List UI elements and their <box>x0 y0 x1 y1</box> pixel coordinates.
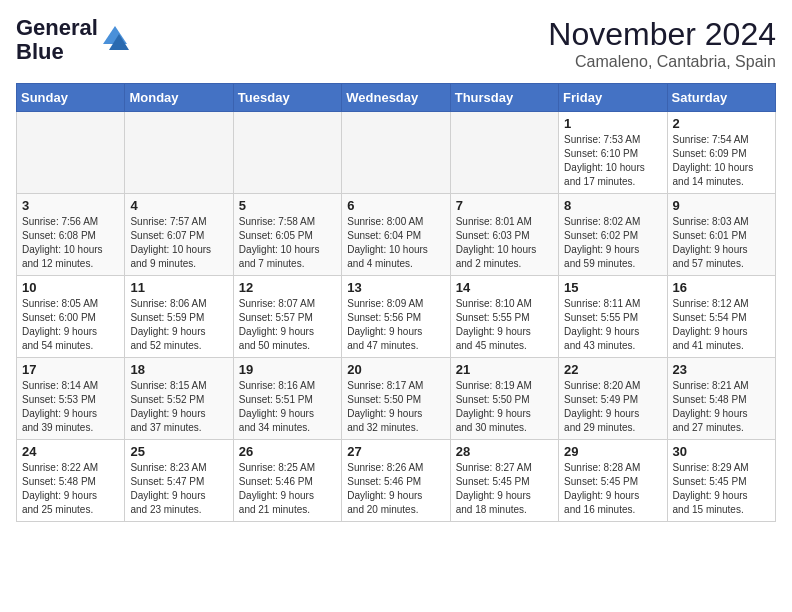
calendar-cell: 13Sunrise: 8:09 AM Sunset: 5:56 PM Dayli… <box>342 276 450 358</box>
calendar-cell: 27Sunrise: 8:26 AM Sunset: 5:46 PM Dayli… <box>342 440 450 522</box>
day-info: Sunrise: 8:20 AM Sunset: 5:49 PM Dayligh… <box>564 379 661 435</box>
header-cell-thursday: Thursday <box>450 84 558 112</box>
calendar-cell: 16Sunrise: 8:12 AM Sunset: 5:54 PM Dayli… <box>667 276 775 358</box>
calendar-cell: 23Sunrise: 8:21 AM Sunset: 5:48 PM Dayli… <box>667 358 775 440</box>
day-number: 1 <box>564 116 661 131</box>
day-info: Sunrise: 8:19 AM Sunset: 5:50 PM Dayligh… <box>456 379 553 435</box>
day-info: Sunrise: 8:26 AM Sunset: 5:46 PM Dayligh… <box>347 461 444 517</box>
day-info: Sunrise: 8:22 AM Sunset: 5:48 PM Dayligh… <box>22 461 119 517</box>
day-info: Sunrise: 8:03 AM Sunset: 6:01 PM Dayligh… <box>673 215 770 271</box>
calendar-cell: 30Sunrise: 8:29 AM Sunset: 5:45 PM Dayli… <box>667 440 775 522</box>
calendar-cell: 22Sunrise: 8:20 AM Sunset: 5:49 PM Dayli… <box>559 358 667 440</box>
calendar-cell <box>125 112 233 194</box>
day-number: 25 <box>130 444 227 459</box>
day-info: Sunrise: 8:27 AM Sunset: 5:45 PM Dayligh… <box>456 461 553 517</box>
day-number: 2 <box>673 116 770 131</box>
day-info: Sunrise: 7:54 AM Sunset: 6:09 PM Dayligh… <box>673 133 770 189</box>
calendar-cell: 24Sunrise: 8:22 AM Sunset: 5:48 PM Dayli… <box>17 440 125 522</box>
header-cell-monday: Monday <box>125 84 233 112</box>
day-number: 20 <box>347 362 444 377</box>
calendar-cell: 12Sunrise: 8:07 AM Sunset: 5:57 PM Dayli… <box>233 276 341 358</box>
day-number: 7 <box>456 198 553 213</box>
day-number: 5 <box>239 198 336 213</box>
day-info: Sunrise: 8:05 AM Sunset: 6:00 PM Dayligh… <box>22 297 119 353</box>
calendar-cell <box>342 112 450 194</box>
logo-text: GeneralBlue <box>16 16 98 64</box>
week-row-5: 24Sunrise: 8:22 AM Sunset: 5:48 PM Dayli… <box>17 440 776 522</box>
calendar-cell: 14Sunrise: 8:10 AM Sunset: 5:55 PM Dayli… <box>450 276 558 358</box>
calendar-cell: 9Sunrise: 8:03 AM Sunset: 6:01 PM Daylig… <box>667 194 775 276</box>
calendar-cell: 10Sunrise: 8:05 AM Sunset: 6:00 PM Dayli… <box>17 276 125 358</box>
day-number: 15 <box>564 280 661 295</box>
calendar-cell: 2Sunrise: 7:54 AM Sunset: 6:09 PM Daylig… <box>667 112 775 194</box>
day-number: 13 <box>347 280 444 295</box>
day-number: 29 <box>564 444 661 459</box>
day-info: Sunrise: 8:23 AM Sunset: 5:47 PM Dayligh… <box>130 461 227 517</box>
day-info: Sunrise: 8:28 AM Sunset: 5:45 PM Dayligh… <box>564 461 661 517</box>
day-info: Sunrise: 8:16 AM Sunset: 5:51 PM Dayligh… <box>239 379 336 435</box>
day-number: 23 <box>673 362 770 377</box>
title-block: November 2024 Camaleno, Cantabria, Spain <box>548 16 776 71</box>
day-info: Sunrise: 8:02 AM Sunset: 6:02 PM Dayligh… <box>564 215 661 271</box>
calendar-cell: 11Sunrise: 8:06 AM Sunset: 5:59 PM Dayli… <box>125 276 233 358</box>
calendar-cell <box>450 112 558 194</box>
calendar-table: SundayMondayTuesdayWednesdayThursdayFrid… <box>16 83 776 522</box>
day-info: Sunrise: 8:00 AM Sunset: 6:04 PM Dayligh… <box>347 215 444 271</box>
day-number: 4 <box>130 198 227 213</box>
calendar-cell: 21Sunrise: 8:19 AM Sunset: 5:50 PM Dayli… <box>450 358 558 440</box>
day-info: Sunrise: 8:12 AM Sunset: 5:54 PM Dayligh… <box>673 297 770 353</box>
day-info: Sunrise: 8:07 AM Sunset: 5:57 PM Dayligh… <box>239 297 336 353</box>
day-info: Sunrise: 7:53 AM Sunset: 6:10 PM Dayligh… <box>564 133 661 189</box>
calendar-cell <box>17 112 125 194</box>
day-number: 22 <box>564 362 661 377</box>
calendar-cell: 3Sunrise: 7:56 AM Sunset: 6:08 PM Daylig… <box>17 194 125 276</box>
day-number: 10 <box>22 280 119 295</box>
day-number: 21 <box>456 362 553 377</box>
day-info: Sunrise: 8:14 AM Sunset: 5:53 PM Dayligh… <box>22 379 119 435</box>
calendar-cell: 4Sunrise: 7:57 AM Sunset: 6:07 PM Daylig… <box>125 194 233 276</box>
header-cell-wednesday: Wednesday <box>342 84 450 112</box>
day-info: Sunrise: 8:10 AM Sunset: 5:55 PM Dayligh… <box>456 297 553 353</box>
header-cell-saturday: Saturday <box>667 84 775 112</box>
calendar-cell: 29Sunrise: 8:28 AM Sunset: 5:45 PM Dayli… <box>559 440 667 522</box>
day-number: 12 <box>239 280 336 295</box>
day-number: 6 <box>347 198 444 213</box>
day-info: Sunrise: 8:25 AM Sunset: 5:46 PM Dayligh… <box>239 461 336 517</box>
calendar-cell: 5Sunrise: 7:58 AM Sunset: 6:05 PM Daylig… <box>233 194 341 276</box>
day-number: 18 <box>130 362 227 377</box>
day-number: 27 <box>347 444 444 459</box>
week-row-4: 17Sunrise: 8:14 AM Sunset: 5:53 PM Dayli… <box>17 358 776 440</box>
day-number: 3 <box>22 198 119 213</box>
day-info: Sunrise: 7:57 AM Sunset: 6:07 PM Dayligh… <box>130 215 227 271</box>
calendar-cell: 18Sunrise: 8:15 AM Sunset: 5:52 PM Dayli… <box>125 358 233 440</box>
week-row-1: 1Sunrise: 7:53 AM Sunset: 6:10 PM Daylig… <box>17 112 776 194</box>
header-cell-friday: Friday <box>559 84 667 112</box>
calendar-cell: 17Sunrise: 8:14 AM Sunset: 5:53 PM Dayli… <box>17 358 125 440</box>
day-number: 30 <box>673 444 770 459</box>
day-info: Sunrise: 8:17 AM Sunset: 5:50 PM Dayligh… <box>347 379 444 435</box>
calendar-cell: 20Sunrise: 8:17 AM Sunset: 5:50 PM Dayli… <box>342 358 450 440</box>
day-number: 24 <box>22 444 119 459</box>
day-info: Sunrise: 7:58 AM Sunset: 6:05 PM Dayligh… <box>239 215 336 271</box>
day-info: Sunrise: 7:56 AM Sunset: 6:08 PM Dayligh… <box>22 215 119 271</box>
week-row-2: 3Sunrise: 7:56 AM Sunset: 6:08 PM Daylig… <box>17 194 776 276</box>
day-info: Sunrise: 8:09 AM Sunset: 5:56 PM Dayligh… <box>347 297 444 353</box>
day-info: Sunrise: 8:06 AM Sunset: 5:59 PM Dayligh… <box>130 297 227 353</box>
day-number: 26 <box>239 444 336 459</box>
day-number: 16 <box>673 280 770 295</box>
calendar-cell: 8Sunrise: 8:02 AM Sunset: 6:02 PM Daylig… <box>559 194 667 276</box>
calendar-cell: 19Sunrise: 8:16 AM Sunset: 5:51 PM Dayli… <box>233 358 341 440</box>
day-number: 14 <box>456 280 553 295</box>
day-info: Sunrise: 8:15 AM Sunset: 5:52 PM Dayligh… <box>130 379 227 435</box>
calendar-cell: 1Sunrise: 7:53 AM Sunset: 6:10 PM Daylig… <box>559 112 667 194</box>
day-info: Sunrise: 8:01 AM Sunset: 6:03 PM Dayligh… <box>456 215 553 271</box>
header: GeneralBlue November 2024 Camaleno, Cant… <box>16 16 776 71</box>
calendar-cell: 28Sunrise: 8:27 AM Sunset: 5:45 PM Dayli… <box>450 440 558 522</box>
calendar-cell: 15Sunrise: 8:11 AM Sunset: 5:55 PM Dayli… <box>559 276 667 358</box>
week-row-3: 10Sunrise: 8:05 AM Sunset: 6:00 PM Dayli… <box>17 276 776 358</box>
header-row: SundayMondayTuesdayWednesdayThursdayFrid… <box>17 84 776 112</box>
day-info: Sunrise: 8:29 AM Sunset: 5:45 PM Dayligh… <box>673 461 770 517</box>
calendar-cell: 7Sunrise: 8:01 AM Sunset: 6:03 PM Daylig… <box>450 194 558 276</box>
logo-icon <box>101 24 129 52</box>
logo: GeneralBlue <box>16 16 129 64</box>
